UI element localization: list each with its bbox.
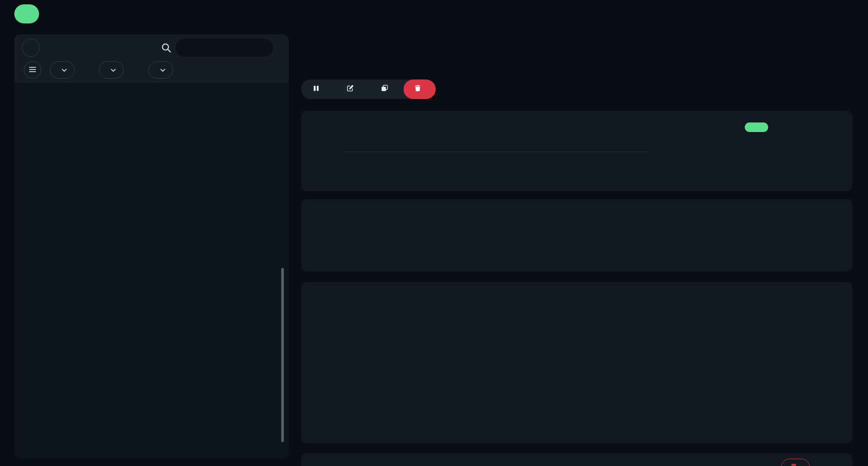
monitor-list-header: [14, 34, 289, 83]
pause-icon: [313, 85, 319, 94]
pause-button[interactable]: [301, 79, 335, 99]
response-time-chart: [301, 282, 852, 443]
action-buttons: [301, 79, 436, 99]
select-button[interactable]: [22, 39, 39, 57]
monitor-list: [14, 34, 289, 459]
search-input[interactable]: [176, 39, 273, 57]
trash-icon: [791, 463, 797, 466]
delete-button[interactable]: [404, 79, 436, 99]
list-layout-button[interactable]: [24, 61, 41, 79]
trash-icon: [414, 85, 421, 94]
heartbeat-timeline-divider: [343, 152, 648, 152]
chevron-down-icon: [111, 66, 116, 74]
chevron-down-icon: [160, 66, 165, 74]
clone-button[interactable]: [369, 79, 404, 99]
menu-icon: [29, 66, 36, 74]
filter-tags-button[interactable]: [148, 61, 173, 79]
add-new-monitor-button[interactable]: [14, 4, 39, 23]
chart-panel: [301, 282, 852, 443]
heartbeat-panel: [301, 111, 852, 191]
status-badge: [745, 122, 768, 132]
chevron-down-icon: [62, 66, 67, 74]
edit-button[interactable]: [335, 79, 369, 99]
clear-data-button[interactable]: [781, 459, 810, 466]
clone-icon: [381, 85, 388, 94]
search-icon: [161, 43, 172, 55]
edit-icon: [347, 85, 354, 94]
sidebar-scrollbar[interactable]: [281, 268, 284, 442]
uptime-kuma-app: [0, 0, 868, 466]
events-panel: [301, 453, 852, 466]
filter-status-button[interactable]: [50, 61, 75, 79]
filter-active-button[interactable]: [99, 61, 124, 79]
stats-panel: [301, 199, 852, 271]
monitor-list-panel: [14, 34, 289, 459]
